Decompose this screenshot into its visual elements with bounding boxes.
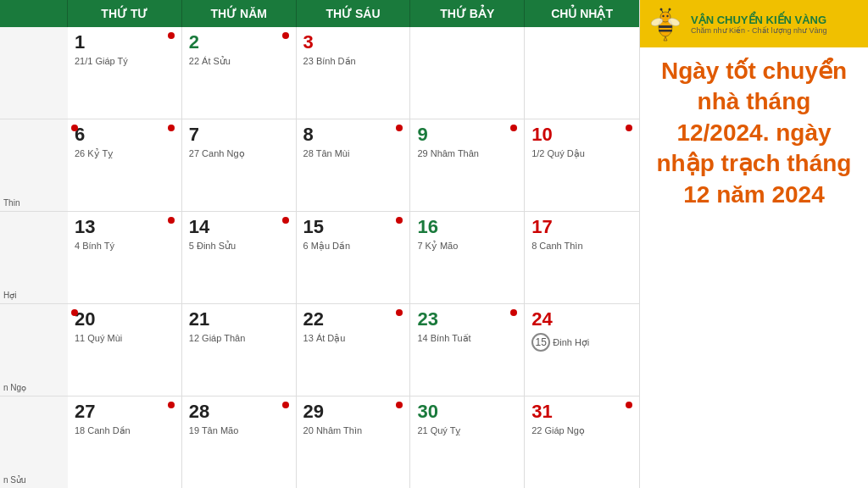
day-number: 30: [417, 402, 517, 422]
day-number: 3: [303, 32, 403, 53]
day-number: 24: [531, 309, 632, 330]
cal-row-1: 1 21/1 Giáp Tý 2 22 Át Sửu 3 23 Bính Dần: [0, 27, 639, 119]
side-lunar-2: Thin: [3, 198, 66, 208]
brand-name: VẬN CHUYỂN KIẾN VÀNG: [691, 14, 827, 26]
day-number: 8: [303, 125, 403, 145]
cal-row-2: Thin 6 26 Kỷ Tỵ 7 27 Canh Ngọ 8 28 Tân M…: [0, 119, 639, 212]
cell-fri-1: 3 23 Bính Dần: [297, 27, 411, 119]
day-number: 6: [75, 125, 175, 145]
cell-sat-2: 9 29 Nhâm Thân: [410, 119, 525, 211]
side-label-2: Thin: [0, 119, 68, 211]
lunar-text: 1/2 Quý Dậu: [531, 148, 632, 159]
cell-wed-3: 13 4 Bính Tý: [68, 212, 182, 303]
cell-sun-1: [525, 27, 639, 119]
lunar-text: 22 Giáp Ngọ: [531, 425, 632, 436]
header-col-5: CHỦ NHẬT: [525, 0, 639, 27]
cal-row-3: Hợi 13 4 Bính Tý 14 5 Đinh Sửu 15 6 Mậu …: [0, 212, 639, 304]
lunar-text: 29 Nhâm Thân: [417, 148, 517, 158]
calendar-body: 1 21/1 Giáp Tý 2 22 Át Sửu 3 23 Bính Dần…: [0, 27, 639, 488]
svg-rect-2: [659, 25, 672, 28]
brand-bar: VẬN CHUYỂN KIẾN VÀNG Chăm như Kiến - Chấ…: [640, 0, 868, 47]
cell-fri-4: 22 13 Át Dậu: [297, 304, 411, 396]
svg-point-5: [662, 15, 664, 17]
lunar-text: 6 Mậu Dần: [303, 241, 403, 252]
svg-point-8: [660, 8, 663, 11]
day-number: 20: [75, 309, 175, 330]
side-label-4: n Ngọ: [0, 304, 68, 396]
side-label-1: [0, 27, 68, 119]
dot-indicator: [71, 309, 78, 316]
lunar-text: 26 Kỷ Tỵ: [75, 148, 175, 159]
svg-point-6: [666, 15, 668, 17]
header-col-0: [0, 0, 68, 27]
promo-content: Ngày tốt chuyển nhà tháng 12/2024. ngày …: [652, 56, 856, 210]
cell-wed-5: 27 18 Canh Dần: [68, 396, 182, 488]
day-number: 29: [303, 402, 403, 422]
calendar-header: THỨ TƯ THỨ NĂM THỨ SÁU THỨ BẢY CHỦ NHẬT: [0, 0, 639, 27]
day-number: 27: [75, 402, 175, 422]
cell-wed-2: 6 26 Kỷ Tỵ: [68, 119, 182, 211]
day-number: 28: [189, 402, 289, 422]
bee-svg: [647, 5, 684, 42]
cell-sat-3: 16 7 Kỷ Mão: [410, 212, 525, 303]
lunar-text: 23 Bính Dần: [303, 56, 403, 67]
cell-thu-1: 2 22 Át Sửu: [182, 27, 297, 119]
dot-indicator: [626, 125, 632, 131]
promo-text-area: Ngày tốt chuyển nhà tháng 12/2024. ngày …: [640, 47, 868, 488]
side-lunar-3: Hợi: [3, 291, 66, 300]
side-label-5: n Sửu: [0, 396, 68, 488]
lunar-text: 22 Át Sửu: [189, 56, 289, 67]
dot-indicator: [282, 217, 289, 224]
header-col-3: THỨ SÁU: [297, 0, 411, 27]
day-number: 2: [189, 32, 289, 53]
cell-sat-4: 23 14 Bính Tuất: [410, 304, 525, 396]
cell-sun-5: 31 22 Giáp Ngọ: [525, 396, 639, 488]
day-number: 22: [303, 309, 403, 330]
cell-thu-2: 7 27 Canh Ngọ: [182, 119, 297, 211]
day-number: 1: [75, 32, 175, 53]
svg-point-10: [669, 8, 671, 11]
cell-fri-3: 15 6 Mậu Dần: [297, 212, 411, 303]
cell-thu-3: 14 5 Đinh Sửu: [182, 212, 297, 303]
day-number: 16: [417, 217, 517, 237]
circle-15: 15: [531, 333, 550, 352]
day-number: 13: [75, 217, 175, 237]
header-col-2: THỨ NĂM: [182, 0, 297, 27]
dot-indicator2: [168, 125, 175, 131]
lunar-text: 14 Bính Tuất: [417, 333, 517, 344]
lunar-text: 7 Kỷ Mão: [417, 241, 517, 252]
cell-fri-2: 8 28 Tân Mùi: [297, 119, 411, 211]
lunar-text: 4 Bính Tý: [75, 241, 175, 251]
day-number: 10: [531, 125, 632, 145]
cell-thu-5: 28 19 Tân Mão: [182, 396, 297, 488]
lunar-text: 11 Quý Mùi: [75, 333, 175, 343]
cell-thu-4: 21 12 Giáp Thân: [182, 304, 297, 396]
cell-fri-5: 29 20 Nhâm Thìn: [297, 396, 411, 488]
dot-indicator: [168, 32, 175, 39]
cell-sun-4: 24 15 Đinh Hợi: [525, 304, 639, 396]
cell-sat-5: 30 21 Quý Tỵ: [410, 396, 525, 488]
lunar-text: 8 Canh Thìn: [531, 241, 632, 251]
header-col-4: THỨ BẢY: [410, 0, 525, 27]
side-lunar-4: n Ngọ: [3, 383, 66, 392]
brand-text: VẬN CHUYỂN KIẾN VÀNG Chăm như Kiến - Chấ…: [691, 14, 827, 35]
cell-sun-2: 10 1/2 Quý Dậu: [525, 119, 639, 211]
dot-indicator: [626, 402, 632, 408]
svg-marker-13: [664, 36, 667, 41]
cell-wed-1: 1 21/1 Giáp Tý: [68, 27, 182, 119]
dot-indicator: [168, 217, 175, 224]
day-number: 23: [417, 309, 517, 330]
calendar-section: THỨ TƯ THỨ NĂM THỨ SÁU THỨ BẢY CHỦ NHẬT …: [0, 0, 639, 488]
lunar-text: 27 Canh Ngọ: [189, 148, 289, 159]
lunar-text: 13 Át Dậu: [303, 333, 403, 344]
day-number: 21: [189, 309, 289, 330]
lunar-text: 18 Canh Dần: [75, 425, 175, 436]
day-number: 15: [303, 217, 403, 237]
day-number: 17: [531, 217, 632, 237]
lunar-text: 20 Nhâm Thìn: [303, 425, 403, 435]
side-label-3: Hợi: [0, 212, 68, 303]
header-col-1: THỨ TƯ: [68, 0, 182, 27]
day-number: 31: [531, 402, 632, 422]
day-number: 7: [189, 125, 289, 145]
lunar-text: 21 Quý Tỵ: [417, 425, 517, 436]
